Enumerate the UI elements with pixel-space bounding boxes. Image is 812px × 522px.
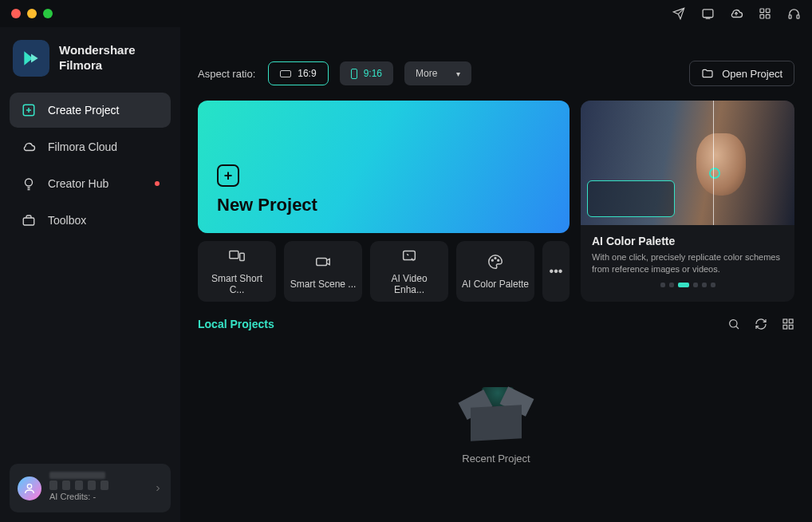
new-project-card[interactable]: + New Project: [198, 101, 570, 233]
tool-label: AI Video Enha...: [375, 273, 443, 295]
headset-icon[interactable]: [786, 6, 801, 21]
face-illustration: [696, 133, 746, 196]
hero-left: + New Project Smart Short C... Smart Sce…: [198, 101, 570, 302]
carousel-dot[interactable]: [711, 283, 715, 287]
svg-rect-11: [230, 251, 238, 259]
profile-name-redacted: [49, 472, 105, 479]
toolbox-icon: [21, 212, 37, 228]
ai-credits-label: AI Credits: -: [49, 490, 145, 504]
grid-view-icon[interactable]: [782, 318, 794, 330]
nav-label: Creator Hub: [48, 177, 144, 190]
chevron-right-icon: [153, 484, 163, 493]
svg-point-10: [27, 484, 31, 488]
svg-rect-1: [760, 9, 764, 13]
svg-rect-19: [783, 319, 787, 323]
content: Aspect ratio: 16:9 9:16 More ▾ Open Proj…: [180, 27, 812, 522]
open-project-button[interactable]: Open Project: [689, 61, 794, 86]
maximize-window-button[interactable]: [43, 9, 53, 18]
svg-point-8: [26, 179, 33, 186]
overlay-panel: [587, 180, 675, 217]
nav-filmora-cloud[interactable]: Filmora Cloud: [10, 129, 171, 164]
hero-row: + New Project Smart Short C... Smart Sce…: [198, 101, 794, 302]
carousel-dot[interactable]: [702, 283, 707, 287]
refresh-icon[interactable]: [755, 318, 767, 330]
aspect-ratio-label: Aspect ratio:: [198, 68, 255, 80]
svg-rect-6: [797, 14, 799, 18]
carousel-dots: [581, 283, 794, 295]
tool-ai-video-enhance[interactable]: AI Video Enha...: [370, 241, 448, 302]
new-project-title: New Project: [217, 195, 550, 216]
svg-point-17: [498, 259, 499, 261]
avatar: [18, 477, 41, 500]
tool-label: AI Color Palette: [462, 279, 529, 290]
enhance-icon: [400, 247, 418, 265]
brand: Wondershare Filmora: [10, 34, 171, 93]
window-controls: [11, 9, 53, 18]
message-icon[interactable]: [700, 6, 715, 21]
svg-rect-4: [766, 14, 770, 18]
feature-title: AI Color Palette: [592, 235, 783, 247]
chevron-down-icon: ▾: [456, 69, 460, 78]
portrait-rect-icon: [351, 69, 357, 79]
feature-card[interactable]: AI Color Palette With one click, precise…: [581, 101, 794, 302]
titlebar-actions: [672, 6, 801, 21]
close-window-button[interactable]: [11, 9, 21, 18]
search-icon[interactable]: [727, 318, 740, 330]
sidebar: Wondershare Filmora Create Project Filmo…: [0, 27, 180, 522]
svg-rect-20: [789, 319, 793, 323]
carousel-dot-active[interactable]: [678, 283, 689, 287]
feature-desc: With one click, precisely replicate colo…: [592, 251, 783, 276]
nav-label: Toolbox: [48, 214, 160, 227]
badge-icon: [62, 480, 70, 490]
send-icon[interactable]: [672, 6, 686, 21]
svg-rect-14: [404, 251, 416, 260]
recent-empty-state: Recent Project: [198, 335, 794, 509]
cloud-icon: [21, 139, 37, 155]
svg-point-15: [491, 259, 493, 261]
open-project-label: Open Project: [722, 68, 782, 80]
camera-icon: [314, 253, 332, 271]
carousel-dot[interactable]: [660, 283, 665, 287]
apps-grid-icon[interactable]: [758, 6, 772, 21]
tool-ai-color-palette[interactable]: AI Color Palette: [456, 241, 534, 302]
cloud-icon[interactable]: [729, 6, 743, 21]
section-header: Local Projects: [198, 318, 794, 330]
feature-image: [581, 101, 794, 225]
brand-icon: [13, 40, 49, 77]
aspect-ratio-16-9[interactable]: 16:9: [268, 61, 328, 85]
ratio-text: 9:16: [364, 68, 382, 79]
section-actions: [727, 318, 794, 330]
notification-dot: [155, 181, 160, 186]
tool-label: Smart Scene ...: [290, 279, 357, 290]
brand-line1: Wondershare: [59, 43, 136, 58]
nav: Create Project Filmora Cloud Creator Hub…: [10, 93, 171, 238]
brand-text: Wondershare Filmora: [59, 43, 136, 73]
badge-icon: [101, 480, 108, 490]
nav-label: Create Project: [48, 104, 160, 117]
tool-smart-short-clips[interactable]: Smart Short C...: [198, 241, 276, 302]
ratio-text: 16:9: [298, 68, 316, 79]
nav-toolbox[interactable]: Toolbox: [10, 203, 171, 238]
landscape-rect-icon: [280, 70, 291, 77]
tool-smart-scene[interactable]: Smart Scene ...: [284, 241, 362, 302]
svg-rect-3: [760, 14, 764, 18]
nav-creator-hub[interactable]: Creator Hub: [10, 166, 171, 201]
local-projects-title: Local Projects: [198, 318, 274, 330]
profile-card[interactable]: AI Credits: -: [10, 464, 171, 512]
aspect-ratio-9-16[interactable]: 9:16: [340, 61, 393, 85]
svg-rect-13: [317, 258, 327, 265]
nav-create-project[interactable]: Create Project: [10, 93, 171, 128]
badge-icon: [75, 480, 83, 490]
svg-point-18: [730, 320, 737, 327]
aspect-ratio-more[interactable]: More ▾: [404, 61, 471, 85]
carousel-dot[interactable]: [669, 283, 674, 287]
nav-label: Filmora Cloud: [48, 140, 160, 153]
carousel-dot[interactable]: [693, 283, 698, 287]
recent-project-label: Recent Project: [462, 453, 530, 465]
plus-icon: +: [217, 164, 239, 187]
svg-rect-2: [766, 9, 770, 13]
more-label: More: [416, 68, 437, 79]
minimize-window-button[interactable]: [27, 9, 37, 18]
marker-icon: [709, 168, 720, 179]
tool-more-button[interactable]: •••: [542, 241, 570, 302]
